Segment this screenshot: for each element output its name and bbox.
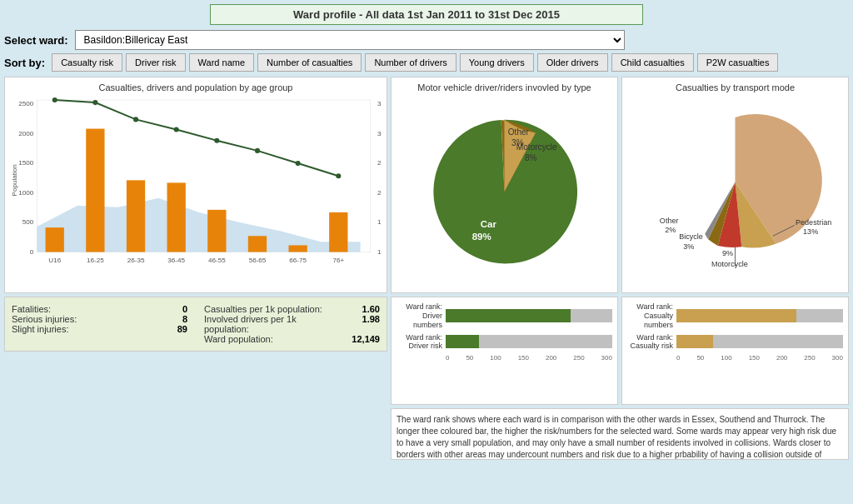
ward-select[interactable]: Basildon:Billericay East	[75, 30, 625, 50]
involved-drivers-per-1k-label: Involved drivers per 1k population:	[204, 314, 340, 334]
sort-by-label: Sort by:	[4, 57, 45, 69]
driver-risk-row: Ward rank:Driver risk	[397, 333, 612, 352]
sort-older-drivers-button[interactable]: Older drivers	[537, 53, 608, 72]
fatalities-row: Fatalities: 0	[12, 304, 187, 314]
driver-risk-bar	[446, 335, 479, 348]
casualty-numbers-track	[676, 309, 843, 322]
svg-text:500: 500	[22, 218, 34, 226]
ward-population-row: Ward population: 12,149	[204, 334, 380, 344]
svg-text:46-55: 46-55	[208, 257, 226, 264]
svg-text:10: 10	[377, 248, 382, 256]
casualty-mode-pie-title: Casualties by transport mode	[676, 82, 795, 92]
casualty-mode-pie-container: Casualties by transport mode Car	[621, 77, 849, 293]
casualties-per-1k-label: Casualties per 1k population:	[204, 304, 322, 314]
sort-by-row: Sort by: Casualty risk Driver risk Ward …	[4, 53, 849, 72]
casualty-risk-track	[676, 335, 843, 348]
sort-child-casualties-button[interactable]: Child casualties	[611, 53, 694, 72]
serious-injuries-label: Serious injuries:	[12, 314, 77, 324]
driver-numbers-bar	[446, 309, 571, 322]
casualty-numbers-label: Ward rank:Casualty numbers	[627, 302, 673, 329]
bar-u16	[46, 227, 64, 252]
svg-text:36-45: 36-45	[167, 257, 185, 264]
serious-injuries-value: 8	[154, 314, 187, 324]
slight-injuries-label: Slight injuries:	[12, 324, 68, 334]
svg-text:Car: Car	[692, 189, 709, 200]
svg-text:Other: Other	[508, 127, 530, 137]
driver-dot-16-25	[92, 100, 97, 105]
driver-numbers-row: Ward rank:Driver numbers	[397, 302, 612, 329]
svg-text:30: 30	[377, 130, 382, 137]
sort-young-drivers-button[interactable]: Young drivers	[460, 53, 534, 72]
svg-text:2500: 2500	[18, 100, 34, 107]
svg-text:35: 35	[377, 100, 382, 107]
casualty-axis: 050100150200250300	[627, 354, 843, 362]
svg-text:1500: 1500	[18, 159, 34, 167]
svg-text:2%: 2%	[665, 226, 676, 234]
driver-dot-u16	[52, 97, 57, 102]
right-panel: Motor vehicle driver/riders invovled by …	[391, 77, 849, 460]
sort-driver-risk-button[interactable]: Driver risk	[126, 53, 186, 72]
svg-text:9%: 9%	[722, 249, 733, 257]
svg-text:Population: Population	[11, 164, 18, 196]
left-panel: Casualties, drivers and population by ag…	[4, 77, 387, 460]
driver-risk-track	[446, 335, 612, 348]
stats-container: Fatalities: 0 Serious injuries: 8 Slight…	[4, 297, 387, 352]
casualty-risk-label: Ward rank:Casualty risk	[627, 333, 673, 352]
svg-text:3%: 3%	[511, 138, 524, 147]
svg-text:89%: 89%	[472, 232, 491, 242]
svg-text:Car: Car	[481, 219, 497, 229]
involved-drivers-per-1k-value: 1.98	[347, 314, 380, 334]
sort-num-casualties-button[interactable]: Number of casualties	[257, 53, 362, 72]
casualty-risk-row: Ward rank:Casualty risk	[627, 333, 843, 352]
sort-p2w-casualties-button[interactable]: P2W casualties	[697, 53, 779, 72]
fatalities-label: Fatalities:	[12, 304, 51, 314]
svg-text:16-25: 16-25	[87, 257, 104, 264]
driver-risk-label: Ward rank:Driver risk	[397, 333, 442, 352]
driver-type-pie-container: Motor vehicle driver/riders invovled by …	[391, 77, 618, 293]
driver-dot-26-35	[133, 117, 138, 122]
driver-numbers-label: Ward rank:Driver numbers	[397, 302, 442, 329]
driver-rank-chart: Ward rank:Driver numbers Ward rank:Drive…	[391, 297, 618, 405]
svg-text:U16: U16	[48, 257, 61, 264]
bar-16-25	[86, 129, 104, 252]
ward-population-label: Ward population:	[204, 334, 273, 344]
sort-num-drivers-button[interactable]: Number of drivers	[365, 53, 456, 72]
svg-text:Bicycle: Bicycle	[679, 232, 703, 241]
age-group-chart: Casualties, drivers and population by ag…	[4, 77, 387, 293]
sort-ward-name-button[interactable]: Ward name	[189, 53, 254, 72]
driver-type-pie-svg: Car 89% Motorcycle 8% Other 3%	[397, 96, 612, 287]
casualty-numbers-row: Ward rank:Casualty numbers	[627, 302, 843, 329]
driver-axis: 050100150200250300	[397, 354, 612, 362]
svg-text:73%: 73%	[686, 201, 706, 212]
bar-36-45	[167, 182, 186, 252]
driver-type-pie-title: Motor vehicle driver/riders invovled by …	[417, 82, 591, 92]
driver-dot-76plus	[336, 173, 341, 178]
description-box: The ward rank shows where each ward is i…	[391, 408, 849, 460]
sort-casualty-risk-button[interactable]: Casualty risk	[52, 53, 122, 72]
bar-46-55	[207, 210, 226, 252]
svg-text:76+: 76+	[332, 257, 344, 264]
casualty-rank-chart: Ward rank:Casualty numbers Ward rank:Cas…	[621, 297, 849, 405]
svg-text:13%: 13%	[803, 227, 818, 236]
casualty-numbers-bar	[676, 309, 796, 322]
bar-76plus	[329, 212, 347, 252]
stats-left: Fatalities: 0 Serious injuries: 8 Slight…	[12, 304, 187, 344]
svg-text:1000: 1000	[18, 189, 34, 197]
driver-numbers-remainder	[571, 309, 612, 322]
driver-numbers-track	[446, 309, 612, 322]
ward-population-value: 12,149	[347, 334, 380, 344]
casualty-risk-remainder	[713, 335, 843, 348]
stats-grid: Fatalities: 0 Serious injuries: 8 Slight…	[12, 304, 380, 344]
svg-text:2000: 2000	[18, 130, 34, 137]
svg-text:0: 0	[30, 248, 34, 256]
casualty-mode-pie-svg: Car 73% Pedestrian 13% Motorcycle 9% Bic…	[627, 96, 843, 268]
age-group-svg: 2500 2000 1500 1000 500 0 Population 35 …	[10, 96, 382, 265]
svg-text:15: 15	[377, 218, 382, 226]
svg-text:Other: Other	[660, 217, 679, 225]
casualties-per-1k-row: Casualties per 1k population: 1.60	[204, 304, 380, 314]
involved-drivers-per-1k-row: Involved drivers per 1k population: 1.98	[204, 314, 380, 334]
ward-rank-charts: Ward rank:Driver numbers Ward rank:Drive…	[391, 297, 849, 405]
svg-text:8%: 8%	[525, 153, 537, 162]
svg-text:26-35: 26-35	[127, 257, 145, 264]
svg-text:Motorcycle: Motorcycle	[711, 260, 748, 268]
